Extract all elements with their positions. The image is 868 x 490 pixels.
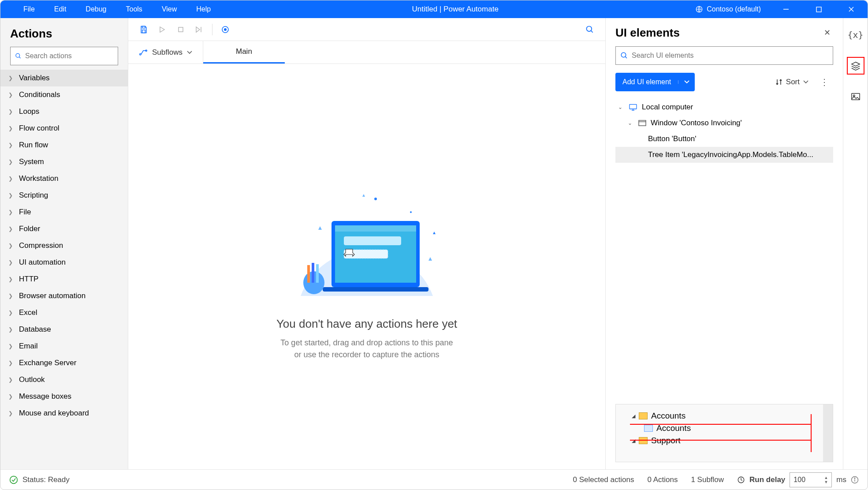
svg-marker-38 <box>851 62 859 66</box>
tree-label: Tree Item 'LegacyInvoicingApp.Models.Tab… <box>648 150 813 159</box>
tree-row-button-item[interactable]: Button 'Button' <box>615 131 833 147</box>
menu-bar: File Edit Debug Tools View Help <box>0 2 220 17</box>
action-category[interactable]: ❯Exchange Server <box>0 355 128 371</box>
svg-point-5 <box>16 53 20 57</box>
chevron-down-icon <box>187 51 192 54</box>
sort-label: Sort <box>786 78 800 86</box>
action-category[interactable]: ❯Browser automation <box>0 288 128 304</box>
action-label: Outlook <box>19 375 45 384</box>
action-category[interactable]: ❯File <box>0 204 128 221</box>
status-actions: 0 Actions <box>647 475 678 484</box>
variables-pane-button[interactable]: {x} <box>847 26 864 44</box>
chevron-right-icon: ❯ <box>8 243 15 249</box>
action-category[interactable]: ❯Conditionals <box>0 86 128 103</box>
add-ui-element-button[interactable]: Add UI element <box>615 73 695 91</box>
chevron-down-icon: ⌄ <box>628 120 634 126</box>
action-label: Scripting <box>19 191 48 200</box>
search-actions-box[interactable] <box>10 47 118 65</box>
action-category[interactable]: ❯UI automation <box>0 254 128 271</box>
action-label: Folder <box>19 224 40 233</box>
run-delay-input[interactable]: 100 ▲▼ <box>790 472 832 487</box>
tree-row-window[interactable]: ⌄ Window 'Contoso Invoicing' <box>615 115 833 131</box>
add-ui-dropdown[interactable] <box>678 80 695 84</box>
action-category[interactable]: ❯Compression <box>0 237 128 254</box>
menu-tools[interactable]: Tools <box>116 2 152 17</box>
search-ui-input[interactable] <box>632 52 828 60</box>
menu-debug[interactable]: Debug <box>76 2 116 17</box>
menu-file[interactable]: File <box>14 2 45 17</box>
image-icon <box>851 92 861 101</box>
folder-icon <box>639 412 648 419</box>
action-category[interactable]: ❯Folder <box>0 221 128 237</box>
action-category[interactable]: ❯Email <box>0 338 128 355</box>
close-button[interactable] <box>838 0 864 18</box>
search-icon <box>620 52 628 60</box>
chevron-right-icon: ❯ <box>8 377 15 383</box>
svg-line-16 <box>591 30 593 32</box>
action-category[interactable]: ❯Mouse and keyboard <box>0 405 128 422</box>
step-button[interactable] <box>190 21 209 38</box>
run-delay-value: 100 <box>793 476 805 484</box>
flow-canvas[interactable]: You don't have any actions here yet To g… <box>128 64 605 469</box>
chevron-right-icon: ❯ <box>8 108 15 115</box>
run-button[interactable] <box>153 21 171 38</box>
tree-row-computer[interactable]: ⌄ Local computer <box>615 99 833 115</box>
svg-rect-28 <box>316 264 319 283</box>
more-options-button[interactable]: ⋮ <box>816 77 833 87</box>
action-category[interactable]: ❯Message boxes <box>0 388 128 405</box>
record-button[interactable] <box>216 21 235 38</box>
preview-label: Support <box>651 436 681 445</box>
action-label: Variables <box>19 74 50 82</box>
search-ui-box[interactable] <box>615 46 833 65</box>
designer-panel: Subflows Main <box>128 18 606 469</box>
svg-rect-26 <box>307 265 310 283</box>
svg-line-6 <box>19 57 20 58</box>
images-pane-button[interactable] <box>847 88 864 105</box>
svg-point-45 <box>854 478 855 479</box>
search-flow-button[interactable] <box>581 21 599 38</box>
action-category[interactable]: ❯Flow control <box>0 120 128 137</box>
chevron-right-icon: ❯ <box>8 192 15 198</box>
close-panel-button[interactable]: ✕ <box>821 25 833 40</box>
menu-edit[interactable]: Edit <box>45 2 76 17</box>
chevron-right-icon: ❯ <box>8 176 15 182</box>
highlight-line <box>811 414 812 452</box>
action-label: Compression <box>19 241 63 250</box>
action-label: Message boxes <box>19 392 71 401</box>
search-actions-input[interactable] <box>25 52 113 60</box>
tree-row-treeitem[interactable]: Tree Item 'LegacyInvoicingApp.Models.Tab… <box>615 147 833 163</box>
minimize-button[interactable] <box>773 0 799 18</box>
menu-view[interactable]: View <box>152 2 186 17</box>
chevron-right-icon: ❯ <box>8 343 15 349</box>
window-title: Untitled | Power Automate <box>220 5 690 14</box>
spin-down[interactable]: ▼ <box>824 480 828 484</box>
action-category[interactable]: ❯Run flow <box>0 137 128 153</box>
action-category[interactable]: ❯Excel <box>0 304 128 321</box>
globe-icon <box>695 5 703 13</box>
preview-scrollbar[interactable] <box>823 404 833 462</box>
action-label: UI automation <box>19 258 66 267</box>
chevron-right-icon: ❯ <box>8 310 15 316</box>
subflows-dropdown[interactable]: Subflows <box>128 41 203 64</box>
sort-button[interactable]: Sort <box>775 78 808 86</box>
action-category[interactable]: ❯Variables <box>0 70 128 86</box>
tab-main[interactable]: Main <box>203 41 285 64</box>
action-label: Database <box>19 325 51 334</box>
environment-picker[interactable]: Contoso (default) <box>690 5 766 13</box>
spin-up[interactable]: ▲ <box>824 475 828 480</box>
action-category[interactable]: ❯Scripting <box>0 187 128 204</box>
action-category[interactable]: ❯Database <box>0 321 128 338</box>
menu-help[interactable]: Help <box>186 2 220 17</box>
action-category[interactable]: ❯Outlook <box>0 371 128 388</box>
action-category[interactable]: ❯Loops <box>0 103 128 120</box>
info-icon[interactable] <box>851 476 859 484</box>
maximize-button[interactable] <box>806 0 831 18</box>
action-category[interactable]: ❯System <box>0 153 128 170</box>
action-category[interactable]: ❯Workstation <box>0 170 128 187</box>
action-category[interactable]: ❯HTTP <box>0 271 128 288</box>
svg-rect-33 <box>630 105 637 109</box>
chevron-right-icon: ❯ <box>8 259 15 266</box>
stop-button[interactable] <box>171 21 190 38</box>
save-button[interactable] <box>134 21 153 38</box>
ui-elements-pane-button[interactable] <box>847 57 864 75</box>
